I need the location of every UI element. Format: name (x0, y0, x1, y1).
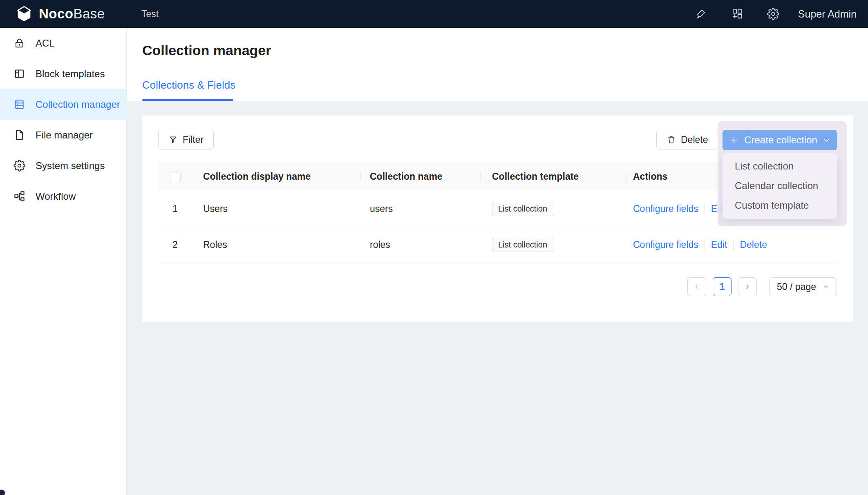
partition-icon (13, 190, 25, 202)
top-nav: NocoBase Test Super Admin (0, 0, 868, 28)
menu-item-calendar-collection[interactable]: Calendar collection (723, 176, 837, 196)
chevron-left-icon (693, 283, 700, 290)
delete-link[interactable]: Delete (740, 239, 767, 250)
next-page-button[interactable] (738, 277, 757, 296)
sidebar-item-file-manager[interactable]: File manager (0, 120, 126, 150)
page-1-button[interactable]: 1 (713, 277, 732, 296)
sidebar-item-block-templates[interactable]: Block templates (0, 58, 126, 89)
gear-icon[interactable] (767, 8, 779, 20)
select-all-checkbox[interactable] (170, 172, 181, 182)
column-header: Collection template (481, 163, 626, 191)
configure-fields-link[interactable]: Configure fields (633, 203, 698, 214)
sidebar-item-collection-manager[interactable]: Collection manager (0, 89, 126, 120)
table-row: 2 Roles roles List collection Configure … (158, 227, 837, 263)
cell-display-name: Roles (192, 239, 361, 250)
chevron-right-icon (744, 283, 751, 290)
tab-collections-and-fields[interactable]: Collections & Fields (142, 79, 235, 91)
tab-active-underline (142, 99, 233, 101)
appstore-add-icon[interactable] (731, 8, 743, 20)
action-divider (733, 240, 734, 250)
nav-right: Super Admin (671, 8, 868, 20)
sidebar-item-workflow[interactable]: Workflow (0, 181, 126, 212)
menu-item-list-collection[interactable]: List collection (723, 156, 837, 176)
nav-menu-item-test[interactable]: Test (141, 9, 159, 20)
create-collection-button[interactable]: Create collection (723, 130, 837, 150)
page-title: Collection manager (142, 42, 271, 58)
filter-button[interactable]: Filter (158, 130, 214, 149)
edit-link[interactable]: Edit (711, 239, 727, 250)
nav-menu: Test (127, 9, 159, 20)
sidebar-item-label: File manager (36, 129, 93, 141)
column-header: Collection display name (192, 163, 361, 191)
column-header: Collection name (361, 163, 481, 191)
row-index: 2 (158, 239, 192, 250)
nocobase-logo-icon (15, 5, 34, 22)
cut-off-corner-element (0, 489, 5, 495)
cell-collection-name: roles (361, 239, 481, 250)
collection-table-icon (13, 98, 25, 110)
filter-icon (168, 135, 178, 145)
lock-icon (13, 37, 25, 49)
create-collection-dropdown: List collection Calendar collection Cust… (723, 153, 837, 219)
file-icon (13, 129, 25, 141)
action-divider (705, 240, 705, 250)
menu-item-custom-template[interactable]: Custom template (723, 196, 837, 215)
action-divider (705, 204, 705, 214)
cell-collection-name: users (361, 203, 481, 214)
sidebar-item-label: Workflow (36, 191, 76, 202)
sidebar-item-label: Block templates (36, 68, 105, 80)
sidebar: ACL Block templates Collection manager F… (0, 28, 127, 495)
row-index: 1 (158, 203, 192, 214)
sidebar-item-system-settings[interactable]: System settings (0, 150, 126, 181)
logo-text: NocoBase (39, 6, 105, 22)
layout-icon (13, 68, 25, 80)
highlight-icon[interactable] (695, 8, 707, 20)
pagination: 1 50 / page (687, 277, 837, 296)
chevron-down-icon (823, 136, 830, 144)
sidebar-item-label: System settings (36, 160, 105, 172)
trash-icon (667, 135, 676, 145)
nocobase-logo: NocoBase (0, 5, 127, 22)
user-menu[interactable]: Super Admin (798, 8, 857, 20)
previous-page-button[interactable] (687, 277, 706, 296)
plus-icon (729, 135, 739, 145)
page-size-select[interactable]: 50 / page (769, 277, 837, 296)
sidebar-item-label: ACL (36, 38, 55, 49)
template-tag: List collection (492, 202, 553, 216)
cell-display-name: Users (192, 203, 361, 214)
configure-fields-link[interactable]: Configure fields (633, 239, 698, 250)
delete-button[interactable]: Delete (656, 130, 718, 149)
chevron-down-icon (823, 283, 829, 290)
sidebar-item-acl[interactable]: ACL (0, 28, 126, 58)
gear-icon (13, 160, 25, 172)
template-tag: List collection (492, 238, 553, 252)
sidebar-item-label: Collection manager (36, 99, 120, 110)
page-header: Collection manager Collections & Fields (127, 28, 868, 101)
